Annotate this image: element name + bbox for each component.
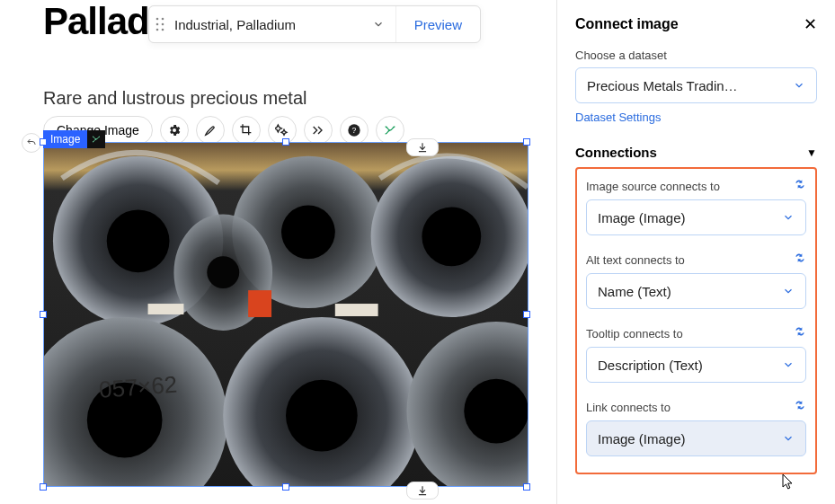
breadcrumb-text: Industrial, Palladium [171,17,372,32]
resize-handle[interactable] [523,483,530,491]
animation-button[interactable] [304,116,333,145]
cycle-icon[interactable] [794,252,806,268]
svg-point-4 [156,29,159,31]
cursor-icon [781,473,795,493]
resize-handle[interactable] [282,483,289,491]
svg-rect-24 [335,304,378,316]
data-bound-icon [87,130,105,148]
dataset-select[interactable]: Precious Metals Tradin… [575,67,817,103]
svg-text:?: ? [351,126,356,135]
settings-button[interactable] [160,116,189,145]
cycle-icon[interactable] [794,178,806,194]
link-value: Image (Image) [598,431,686,447]
alt-text-label: Alt text connects to [586,253,685,267]
svg-point-16 [207,256,239,288]
drag-handle-icon[interactable] [149,17,171,31]
chevron-down-icon [782,358,795,371]
help-button[interactable]: ? [340,116,369,145]
alt-text-select[interactable]: Name (Text) [586,273,806,309]
svg-point-14 [422,207,481,266]
stretch-handle-bottom[interactable] [406,482,439,500]
svg-rect-23 [248,290,271,317]
svg-point-5 [162,29,164,31]
dataset-settings-link[interactable]: Dataset Settings [575,111,661,124]
chevron-down-icon[interactable] [372,18,385,31]
collapse-icon[interactable]: ▼ [806,146,817,159]
dataset-select-value: Precious Metals Tradin… [587,78,738,93]
resize-handle[interactable] [40,311,47,318]
svg-point-0 [156,18,159,21]
choose-dataset-label: Choose a dataset [575,49,817,62]
tooltip-select[interactable]: Description (Text) [586,347,806,383]
panel-title: Connect image [575,16,679,32]
chevron-down-icon [793,79,805,92]
cycle-icon[interactable] [794,325,806,341]
chevron-down-icon [782,211,795,224]
data-connect-button[interactable] [376,116,404,145]
svg-rect-25 [148,304,184,314]
close-icon[interactable]: ✕ [804,14,817,34]
svg-point-3 [162,23,164,26]
connections-highlight: Image source connects to Image (Image) A… [575,167,817,474]
link-label: Link connects to [586,401,671,414]
connections-title: Connections [575,145,657,160]
chevron-down-icon [782,432,795,445]
tooltip-label: Tooltip connects to [586,327,683,340]
resize-handle[interactable] [523,311,530,318]
crop-button[interactable] [232,116,261,145]
image-label-tag: Image [43,130,87,148]
chevron-down-icon [782,285,795,297]
element-tag[interactable]: Image [43,130,105,148]
link-select[interactable]: Image (Image) [586,420,806,456]
resize-handle[interactable] [40,138,47,146]
tooltip-value: Description (Text) [598,358,703,373]
cycle-icon[interactable] [794,399,806,415]
image-toolbar: Change Image ? [43,116,549,145]
svg-point-1 [162,18,164,21]
undo-button[interactable] [22,133,41,153]
image-source-value: Image (Image) [598,210,686,225]
connect-panel: Connect image ✕ Choose a dataset Preciou… [556,0,835,504]
svg-point-22 [464,379,528,444]
resize-handle[interactable] [40,483,47,491]
svg-point-2 [156,23,159,26]
alt-text-value: Name (Text) [598,284,671,299]
image-source-label: Image source connects to [586,180,720,193]
selected-image[interactable]: 057×62 [43,142,529,487]
svg-point-20 [286,380,358,452]
resize-handle[interactable] [282,138,289,146]
image-source-select[interactable]: Image (Image) [586,199,806,235]
resize-handle[interactable] [523,138,530,146]
svg-point-10 [107,209,170,272]
preview-button[interactable]: Preview [396,17,480,32]
brush-button[interactable] [196,116,225,145]
stretch-handle-top[interactable] [406,138,439,156]
svg-point-12 [281,205,335,259]
page-subtitle: Rare and lustrous precious metal [43,88,549,109]
breadcrumb-selector[interactable]: Industrial, Palladium Preview [148,5,481,43]
